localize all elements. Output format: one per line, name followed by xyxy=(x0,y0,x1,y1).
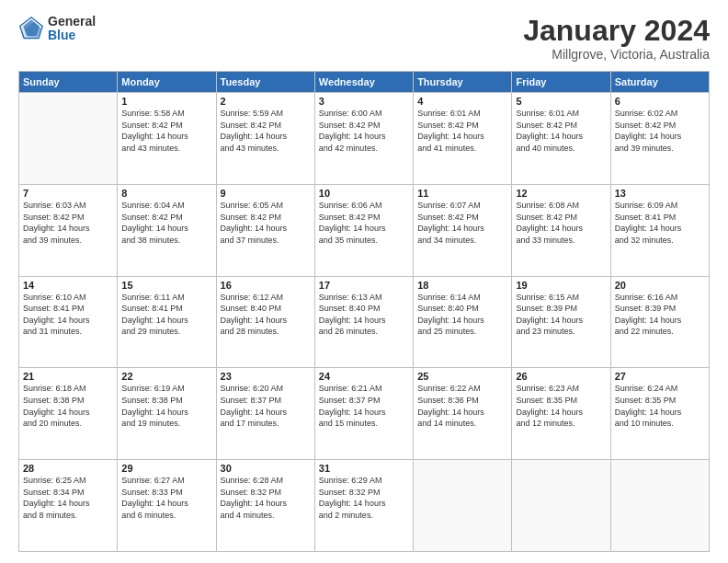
calendar-header-row: SundayMondayTuesdayWednesdayThursdayFrid… xyxy=(19,72,710,93)
day-number: 5 xyxy=(516,96,606,107)
day-number: 1 xyxy=(121,96,211,107)
calendar-cell: 6Sunrise: 6:02 AMSunset: 8:42 PMDaylight… xyxy=(610,93,709,185)
day-detail: Sunrise: 6:21 AMSunset: 8:37 PMDaylight:… xyxy=(319,383,409,429)
day-number: 27 xyxy=(615,371,705,382)
page: General Blue January 2024 Millgrove, Vic… xyxy=(0,0,728,563)
day-number: 18 xyxy=(417,280,507,291)
calendar-cell: 17Sunrise: 6:13 AMSunset: 8:40 PMDayligh… xyxy=(314,276,413,368)
calendar-cell: 5Sunrise: 6:01 AMSunset: 8:42 PMDaylight… xyxy=(512,93,610,185)
day-detail: Sunrise: 6:06 AMSunset: 8:42 PMDaylight:… xyxy=(319,200,409,246)
day-number: 17 xyxy=(319,280,409,291)
day-detail: Sunrise: 6:14 AMSunset: 8:40 PMDaylight:… xyxy=(417,292,507,338)
main-title: January 2024 xyxy=(523,15,710,47)
day-detail: Sunrise: 6:28 AMSunset: 8:32 PMDaylight:… xyxy=(221,475,311,521)
subtitle: Millgrove, Victoria, Australia xyxy=(523,47,710,62)
calendar-cell: 19Sunrise: 6:15 AMSunset: 8:39 PMDayligh… xyxy=(512,276,610,368)
calendar-cell: 1Sunrise: 5:58 AMSunset: 8:42 PMDaylight… xyxy=(118,93,216,185)
calendar-cell xyxy=(19,93,118,185)
day-detail: Sunrise: 6:04 AMSunset: 8:42 PMDaylight:… xyxy=(121,200,211,246)
calendar-table: SundayMondayTuesdayWednesdayThursdayFrid… xyxy=(18,71,710,552)
day-detail: Sunrise: 6:13 AMSunset: 8:40 PMDaylight:… xyxy=(319,292,409,338)
day-number: 11 xyxy=(417,188,507,199)
day-detail: Sunrise: 6:27 AMSunset: 8:33 PMDaylight:… xyxy=(121,475,211,521)
calendar-week-row: 28Sunrise: 6:25 AMSunset: 8:34 PMDayligh… xyxy=(19,460,710,552)
calendar-header-sunday: Sunday xyxy=(19,72,118,93)
calendar-cell: 4Sunrise: 6:01 AMSunset: 8:42 PMDaylight… xyxy=(414,93,512,185)
calendar-cell: 2Sunrise: 5:59 AMSunset: 8:42 PMDaylight… xyxy=(216,93,314,185)
calendar-cell: 24Sunrise: 6:21 AMSunset: 8:37 PMDayligh… xyxy=(314,368,413,460)
day-number: 22 xyxy=(121,371,211,382)
day-detail: Sunrise: 6:01 AMSunset: 8:42 PMDaylight:… xyxy=(417,108,507,154)
calendar-cell: 23Sunrise: 6:20 AMSunset: 8:37 PMDayligh… xyxy=(216,368,314,460)
day-number: 10 xyxy=(319,188,409,199)
day-number: 30 xyxy=(221,463,311,474)
day-number: 13 xyxy=(615,188,705,199)
day-number: 21 xyxy=(23,371,113,382)
logo-text: General Blue xyxy=(48,15,96,43)
day-detail: Sunrise: 6:08 AMSunset: 8:42 PMDaylight:… xyxy=(516,200,606,246)
day-detail: Sunrise: 6:15 AMSunset: 8:39 PMDaylight:… xyxy=(516,292,606,338)
title-block: January 2024 Millgrove, Victoria, Austra… xyxy=(523,15,710,62)
logo: General Blue xyxy=(18,15,96,43)
calendar-header-saturday: Saturday xyxy=(610,72,709,93)
logo-general-text: General xyxy=(48,15,96,29)
day-number: 9 xyxy=(221,188,311,199)
calendar-cell xyxy=(610,460,709,552)
day-number: 15 xyxy=(121,280,211,291)
day-detail: Sunrise: 6:24 AMSunset: 8:35 PMDaylight:… xyxy=(615,383,705,429)
calendar-cell: 8Sunrise: 6:04 AMSunset: 8:42 PMDaylight… xyxy=(118,184,216,276)
day-number: 26 xyxy=(516,371,606,382)
day-number: 24 xyxy=(319,371,409,382)
day-detail: Sunrise: 6:22 AMSunset: 8:36 PMDaylight:… xyxy=(417,383,507,429)
day-number: 6 xyxy=(615,96,705,107)
day-number: 20 xyxy=(615,280,705,291)
calendar-header-monday: Monday xyxy=(118,72,216,93)
calendar-cell xyxy=(512,460,610,552)
calendar-cell: 3Sunrise: 6:00 AMSunset: 8:42 PMDaylight… xyxy=(314,93,413,185)
logo-icon xyxy=(18,16,44,41)
day-detail: Sunrise: 6:01 AMSunset: 8:42 PMDaylight:… xyxy=(516,108,606,154)
day-detail: Sunrise: 6:11 AMSunset: 8:41 PMDaylight:… xyxy=(121,292,211,338)
calendar-header-wednesday: Wednesday xyxy=(314,72,413,93)
day-detail: Sunrise: 6:05 AMSunset: 8:42 PMDaylight:… xyxy=(221,200,311,246)
day-number: 8 xyxy=(121,188,211,199)
day-number: 16 xyxy=(221,280,311,291)
calendar-cell: 28Sunrise: 6:25 AMSunset: 8:34 PMDayligh… xyxy=(19,460,118,552)
day-detail: Sunrise: 6:03 AMSunset: 8:42 PMDaylight:… xyxy=(23,200,113,246)
calendar-header-friday: Friday xyxy=(512,72,610,93)
day-number: 19 xyxy=(516,280,606,291)
day-number: 3 xyxy=(319,96,409,107)
calendar-cell: 31Sunrise: 6:29 AMSunset: 8:32 PMDayligh… xyxy=(314,460,413,552)
calendar-cell: 27Sunrise: 6:24 AMSunset: 8:35 PMDayligh… xyxy=(610,368,709,460)
logo-blue-text: Blue xyxy=(48,29,96,42)
calendar-cell: 26Sunrise: 6:23 AMSunset: 8:35 PMDayligh… xyxy=(512,368,610,460)
day-detail: Sunrise: 5:59 AMSunset: 8:42 PMDaylight:… xyxy=(221,108,311,154)
calendar-cell: 9Sunrise: 6:05 AMSunset: 8:42 PMDaylight… xyxy=(216,184,314,276)
day-number: 29 xyxy=(121,463,211,474)
day-detail: Sunrise: 6:00 AMSunset: 8:42 PMDaylight:… xyxy=(319,108,409,154)
calendar-cell xyxy=(414,460,512,552)
calendar-header-thursday: Thursday xyxy=(414,72,512,93)
calendar-cell: 30Sunrise: 6:28 AMSunset: 8:32 PMDayligh… xyxy=(216,460,314,552)
calendar-cell: 22Sunrise: 6:19 AMSunset: 8:38 PMDayligh… xyxy=(118,368,216,460)
calendar-cell: 25Sunrise: 6:22 AMSunset: 8:36 PMDayligh… xyxy=(414,368,512,460)
calendar-week-row: 7Sunrise: 6:03 AMSunset: 8:42 PMDaylight… xyxy=(19,184,710,276)
day-detail: Sunrise: 6:10 AMSunset: 8:41 PMDaylight:… xyxy=(23,292,113,338)
day-detail: Sunrise: 6:02 AMSunset: 8:42 PMDaylight:… xyxy=(615,108,705,154)
header: General Blue January 2024 Millgrove, Vic… xyxy=(18,15,710,62)
day-number: 23 xyxy=(221,371,311,382)
day-number: 31 xyxy=(319,463,409,474)
day-number: 25 xyxy=(417,371,507,382)
calendar-cell: 15Sunrise: 6:11 AMSunset: 8:41 PMDayligh… xyxy=(118,276,216,368)
day-detail: Sunrise: 6:25 AMSunset: 8:34 PMDaylight:… xyxy=(23,475,113,521)
calendar-cell: 16Sunrise: 6:12 AMSunset: 8:40 PMDayligh… xyxy=(216,276,314,368)
day-detail: Sunrise: 6:23 AMSunset: 8:35 PMDaylight:… xyxy=(516,383,606,429)
day-detail: Sunrise: 5:58 AMSunset: 8:42 PMDaylight:… xyxy=(121,108,211,154)
day-detail: Sunrise: 6:29 AMSunset: 8:32 PMDaylight:… xyxy=(319,475,409,521)
calendar-header-tuesday: Tuesday xyxy=(216,72,314,93)
day-number: 7 xyxy=(23,188,113,199)
calendar-week-row: 14Sunrise: 6:10 AMSunset: 8:41 PMDayligh… xyxy=(19,276,710,368)
calendar-cell: 18Sunrise: 6:14 AMSunset: 8:40 PMDayligh… xyxy=(414,276,512,368)
day-number: 2 xyxy=(221,96,311,107)
day-detail: Sunrise: 6:09 AMSunset: 8:41 PMDaylight:… xyxy=(615,200,705,246)
